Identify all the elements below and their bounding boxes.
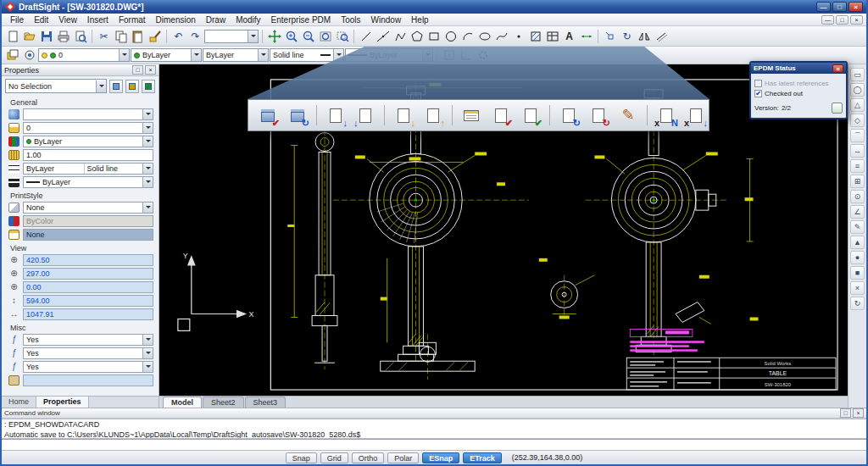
right-toolbar-icon[interactable]: ↻ [850,297,865,310]
infinite-line-tool-icon[interactable] [375,28,391,44]
right-toolbar-icon[interactable]: ⊙ [850,190,865,203]
tab-home[interactable]: Home [2,397,36,408]
layer-dropdown[interactable]: 0 [38,48,130,62]
ucs-origin-field[interactable]: Yes [23,347,153,359]
command-input[interactable] [2,439,866,450]
point-tool-icon[interactable] [510,28,526,44]
view-center-y-field[interactable]: 297.00 [23,268,153,280]
zoom-window-icon[interactable] [334,28,350,44]
ucs-viewport-field[interactable]: Yes [23,361,153,373]
toggle-value-icon[interactable] [142,80,155,93]
epdm-reload-icon[interactable]: ↻ [586,103,611,127]
view-width-field[interactable]: 1047.91 [23,308,153,320]
right-toolbar-icon[interactable]: ⌒ [850,129,865,142]
new-icon[interactable] [4,28,20,44]
float-panel-icon[interactable]: □ [132,65,143,75]
zoom-out-icon[interactable] [300,28,316,44]
view-height-field[interactable]: 594.00 [23,295,153,307]
rectangle-tool-icon[interactable] [426,28,442,44]
epdm-vault-view-icon[interactable]: ✔ [255,103,281,127]
right-toolbar-icon[interactable]: × [850,281,865,295]
print-table-field[interactable]: None [23,229,153,241]
epdm-check-in-icon[interactable]: ↑ [420,103,446,127]
command-history[interactable]: : EPDM_SHOWDATACARD Automatic save to C:… [2,419,866,439]
print-icon[interactable] [55,28,71,44]
table-tool-icon[interactable] [544,28,560,44]
maximize-icon[interactable]: □ [832,2,847,12]
save-icon[interactable] [38,28,54,44]
polar-toggle[interactable]: Polar [387,452,419,463]
line-style-field[interactable]: ByLayerSolid line [23,163,153,175]
mdi-restore-icon[interactable]: □ [836,15,849,25]
selection-dropdown[interactable]: No Selection [5,79,107,93]
format-painter-icon[interactable] [147,28,163,44]
hatch-tool-icon[interactable] [527,28,543,44]
spline-tool-icon[interactable] [493,28,509,44]
cut-icon[interactable]: ✂ [96,28,112,44]
epdm-get-latest-icon[interactable]: ↓ [323,103,348,127]
zoom-in-icon[interactable] [283,28,299,44]
epdm-explore-vault-icon[interactable]: ↻ [285,103,310,127]
polygon-tool-icon[interactable] [409,28,425,44]
line-tool-icon[interactable] [358,28,374,44]
ellipse-tool-icon[interactable] [476,28,492,44]
arc-tool-icon[interactable] [459,28,476,44]
mdi-minimize-icon[interactable]: — [821,15,834,25]
view-center-z-field[interactable]: 0.00 [23,281,153,293]
ucs-icon-on-field[interactable]: Yes [23,334,153,346]
line-weight-field[interactable]: ByLayer [23,176,153,188]
menu-dimension[interactable]: Dimension [151,14,201,26]
epdm-datacard-icon[interactable] [459,103,484,127]
epdm-change-state-icon[interactable]: xN [654,103,679,127]
right-toolbar-icon[interactable]: ■ [850,266,865,280]
quick-select-icon[interactable] [125,80,139,93]
epdm-edit-icon[interactable]: ✎ [615,103,641,127]
tab-model[interactable]: Model [163,397,202,408]
float-command-icon[interactable]: □ [840,408,851,418]
close-panel-icon[interactable]: × [145,65,156,75]
line-scale-field[interactable]: 1.00 [23,149,153,161]
epdm-dispatch-icon[interactable]: x↓ [683,103,709,127]
right-toolbar-icon[interactable]: ≡ [850,159,865,173]
menu-edit[interactable]: Edit [29,14,53,26]
right-toolbar-icon[interactable]: ⊞ [850,175,865,188]
polyline-tool-icon[interactable] [392,28,408,44]
epdm-get-version-icon[interactable]: ↓ [353,103,378,127]
misc-extra-field[interactable] [23,374,153,386]
color-dropdown[interactable]: ByLayer [131,48,202,62]
etrack-toggle[interactable]: ETrack [463,452,502,463]
menu-window[interactable]: Window [366,14,407,26]
menu-modify[interactable]: Modify [231,14,265,26]
epdm-check-out-icon[interactable]: ↓ [391,103,416,127]
undo-icon[interactable]: ↶ [170,28,186,44]
close-icon[interactable]: × [849,2,863,12]
pan-icon[interactable] [266,28,282,44]
close-command-icon[interactable]: × [853,408,864,418]
zoom-fit-icon[interactable] [317,28,333,44]
view-center-x-field[interactable]: 420.50 [23,254,153,266]
close-icon[interactable]: × [832,64,843,73]
tab-sheet3[interactable]: Sheet3 [245,397,287,408]
right-toolbar-icon[interactable]: ∠ [850,205,865,219]
offset-tool-icon[interactable] [653,28,669,44]
menu-file[interactable]: File [5,14,29,26]
move-tool-icon[interactable] [602,28,618,44]
right-toolbar-icon[interactable]: ✎ [850,220,865,234]
right-toolbar-icon[interactable]: ● [850,251,865,264]
line-color-field[interactable]: ByLayer [23,136,153,147]
color-field[interactable] [23,108,153,120]
epdm-approve-icon[interactable]: ✔ [488,103,514,127]
menu-format[interactable]: Format [114,14,151,26]
mirror-tool-icon[interactable] [636,28,652,44]
layer-field[interactable]: 0 [23,122,153,134]
dimension-tool-icon[interactable] [578,28,594,44]
has-latest-references-checkbox[interactable] [754,80,762,87]
print-style-field[interactable]: None [23,202,153,214]
checked-out-checkbox[interactable]: ✔ [754,90,762,97]
esnap-toggle[interactable]: ESnap [422,452,459,463]
grid-toggle[interactable]: Grid [320,452,348,463]
layers-manager-icon[interactable] [4,47,20,64]
select-entities-icon[interactable] [109,80,123,93]
menu-draw[interactable]: Draw [201,14,231,26]
print-preview-icon[interactable] [72,28,88,44]
